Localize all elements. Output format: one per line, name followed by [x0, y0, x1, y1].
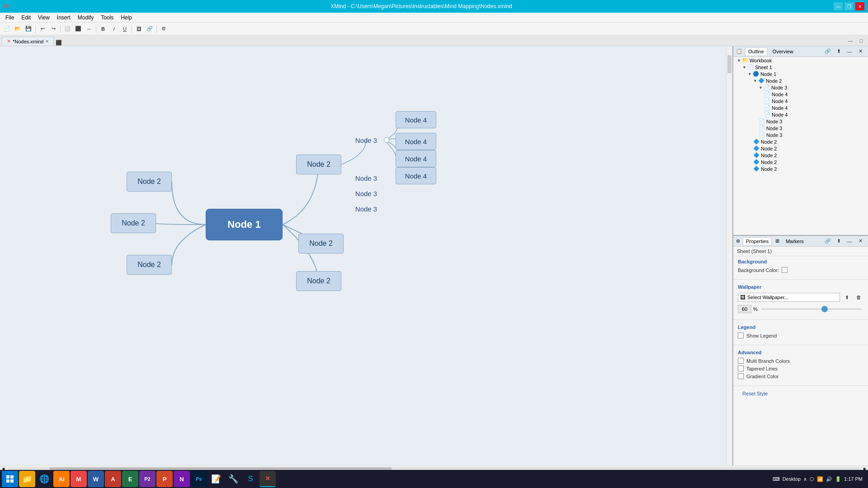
tree-node2-3[interactable]: 🔷 Node 2 [733, 145, 868, 152]
node-left2[interactable]: Node 2 [111, 213, 156, 233]
close-button[interactable]: ✕ [855, 2, 864, 10]
tree-node2-6[interactable]: 🔷 Node 2 [733, 165, 868, 172]
taskbar-illustrator[interactable]: Ai [53, 471, 70, 487]
menu-tools[interactable]: Tools [97, 14, 117, 22]
new-button[interactable]: 📄 [2, 24, 12, 34]
wallpaper-delete-btn[interactable]: 🗑 [854, 292, 863, 302]
node3-1[interactable]: Node 3 [348, 132, 384, 148]
node-right1[interactable]: Node 2 [296, 155, 341, 174]
reset-style-link[interactable]: Reset Style [738, 389, 772, 398]
italic-button[interactable]: I [109, 24, 119, 34]
taskbar-start[interactable] [2, 471, 18, 487]
taskbar-excel[interactable]: E [122, 471, 138, 487]
undo-button[interactable]: ↩ [38, 24, 47, 34]
tree-node4-3[interactable]: 📄 Node 4 [733, 104, 868, 111]
menu-help[interactable]: Help [117, 14, 136, 22]
outline-close-btn[interactable]: ✕ [855, 47, 865, 56]
maximize-button[interactable]: ❐ [844, 2, 854, 10]
settings-button[interactable]: ⚙ [159, 24, 169, 34]
taskbar-chrome[interactable]: 🌐 [36, 471, 52, 487]
bg-color-checkbox[interactable] [782, 267, 788, 273]
node-right2[interactable]: Node 2 [298, 234, 344, 253]
tree-node3[interactable]: ▼ 📄 Node 3 [733, 84, 868, 91]
tree-node1[interactable]: ▼ 🔵 Node 1 [733, 70, 868, 77]
menu-edit[interactable]: Edit [18, 14, 34, 22]
expand-tab-btn[interactable]: ⬛ [56, 40, 62, 46]
taskbar-powerpoint[interactable]: P [156, 471, 173, 487]
node4-1[interactable]: Node 4 [396, 111, 436, 128]
node3-2[interactable]: Node 3 [348, 170, 384, 186]
prop-close-btn[interactable]: ✕ [855, 236, 865, 246]
outline-collapse-btn[interactable]: — [844, 47, 854, 56]
menu-view[interactable]: View [34, 14, 53, 22]
menu-modify[interactable]: Modify [74, 14, 97, 22]
tapered-lines-checkbox[interactable] [738, 366, 744, 371]
node-left3[interactable]: Node 2 [127, 255, 172, 275]
taskbar-word[interactable]: W [88, 471, 104, 487]
tree-node2-5[interactable]: 🔷 Node 2 [733, 159, 868, 165]
bold-button[interactable]: B [98, 24, 108, 34]
underline-button[interactable]: U [120, 24, 130, 34]
node4-4[interactable]: Node 4 [396, 167, 436, 184]
menu-insert[interactable]: Insert [53, 14, 74, 22]
save-button[interactable]: 💾 [24, 24, 33, 34]
tree-node2-4[interactable]: 🔷 Node 2 [733, 152, 868, 159]
outline-btn2[interactable]: ⬆ [834, 47, 844, 56]
taskbar-xmind[interactable]: ✕ [259, 471, 276, 487]
panel-min-button[interactable]: — [845, 36, 855, 46]
taskbar-onenote[interactable]: N [174, 471, 190, 487]
tab-close-btn[interactable]: ✕ [45, 39, 49, 44]
prop-btn2[interactable]: ⬆ [834, 236, 844, 246]
opacity-input[interactable]: 60 [738, 305, 751, 313]
show-legend-checkbox[interactable] [738, 333, 744, 338]
wallpaper-dropdown[interactable]: 🖼 Select Wallpaper... [738, 293, 840, 302]
node-right3[interactable]: Node 2 [296, 271, 341, 291]
topic-button[interactable]: ⬜ [62, 24, 72, 34]
vscroll-thumb[interactable] [727, 55, 731, 73]
taskbar-app2[interactable]: A [105, 471, 121, 487]
opacity-slider[interactable] [761, 308, 862, 310]
minimize-button[interactable]: — [834, 2, 843, 10]
tree-node3-2[interactable]: 📄 Node 3 [733, 118, 868, 125]
taskbar-skype[interactable]: S [242, 471, 259, 487]
tree-node3-4[interactable]: 📄 Node 3 [733, 131, 868, 138]
prop-btn1[interactable]: 🔗 [823, 236, 833, 246]
tree-node4-4[interactable]: 📄 Node 4 [733, 111, 868, 118]
outline-tab[interactable]: Outline [745, 47, 767, 55]
vertical-scrollbar[interactable] [726, 46, 732, 465]
node3-3[interactable]: Node 3 [348, 185, 384, 202]
gradient-color-checkbox[interactable] [738, 373, 744, 379]
taskbar-music[interactable]: 📝 [208, 471, 224, 487]
overview-tab[interactable]: Overview [770, 48, 796, 55]
subtopic-button[interactable]: ⬛ [73, 24, 83, 34]
multi-branch-checkbox[interactable] [738, 358, 744, 364]
properties-tab[interactable]: Properties [743, 237, 772, 245]
tree-node2[interactable]: ▼ 🔷 Node 2 [733, 77, 868, 84]
markers-tab[interactable]: Markers [783, 238, 807, 245]
panel-max-button[interactable]: □ [856, 36, 866, 46]
tree-node4-1[interactable]: 📄 Node 4 [733, 91, 868, 98]
taskbar-app3[interactable]: P2 [139, 471, 156, 487]
node-left1[interactable]: Node 2 [127, 172, 172, 192]
tree-node3-3[interactable]: 📄 Node 3 [733, 125, 868, 131]
tree-workbook[interactable]: ▼ 📁 Workbook [733, 57, 868, 64]
relationship-button[interactable]: ↔ [84, 24, 94, 34]
tree-sheet1[interactable]: ▼ 📄 Sheet 1 [733, 64, 868, 70]
node4-3[interactable]: Node 4 [396, 150, 436, 167]
node3-4[interactable]: Node 3 [348, 201, 384, 217]
outline-btn1[interactable]: 🔗 [823, 47, 833, 56]
file-tab[interactable]: ✕ *Nodes.xmind ✕ [2, 37, 54, 46]
tree-node4-2[interactable]: 📄 Node 4 [733, 98, 868, 104]
open-button[interactable]: 📂 [13, 24, 23, 34]
tree-node2-2[interactable]: 🔷 Node 2 [733, 138, 868, 145]
insert-link-button[interactable]: 🔗 [145, 24, 155, 34]
collapse-dot[interactable] [384, 137, 389, 143]
taskbar-app4[interactable]: 🔧 [225, 471, 241, 487]
menu-file[interactable]: File [2, 14, 18, 22]
insert-image-button[interactable]: 🖼 [134, 24, 144, 34]
taskbar-app1[interactable]: M [71, 471, 87, 487]
taskbar-explorer[interactable]: 📁 [19, 471, 35, 487]
prop-collapse-btn[interactable]: — [844, 236, 854, 246]
canvas[interactable]: Node 1 Node 2 Node 2 Node 2 Node 2 Node … [0, 46, 726, 465]
node4-2[interactable]: Node 4 [396, 133, 436, 150]
